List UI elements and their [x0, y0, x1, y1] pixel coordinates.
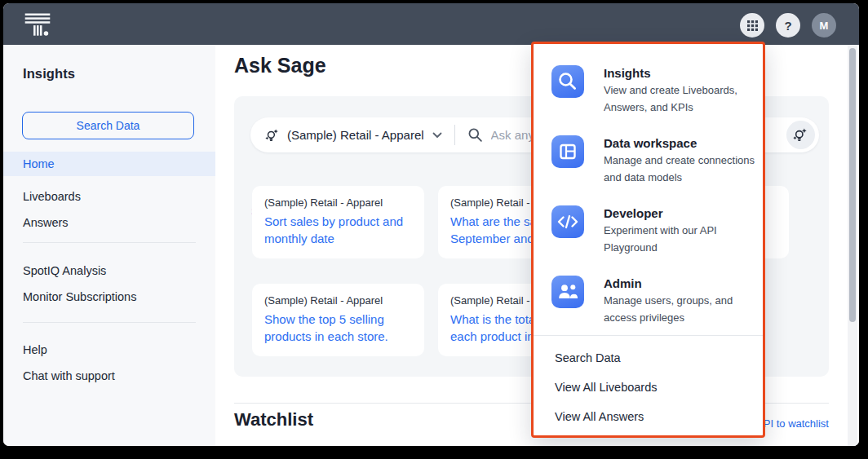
menu-item-title: Developer — [604, 206, 717, 220]
sidebar-item-home[interactable]: Home — [3, 152, 215, 176]
sidebar-item-spotiq-analysis[interactable]: SpotIQ Analysis — [3, 258, 215, 283]
sidebar-divider — [23, 322, 196, 323]
data-workspace-tile — [551, 135, 584, 168]
search-data-button[interactable]: Search Data — [22, 112, 194, 139]
search-icon — [467, 127, 483, 143]
apps-grid-button[interactable] — [740, 13, 764, 38]
menu-item-title: Data workspace — [604, 136, 755, 150]
data-table-icon — [551, 135, 584, 168]
sidebar-item-chat-with-support[interactable]: Chat with support — [3, 364, 215, 388]
app-window: ? M Insights Search Data Home Liveboards… — [3, 3, 859, 446]
developer-tile — [551, 205, 584, 238]
apps-dropdown-menu: Insights View and create Liveboards, Ans… — [531, 42, 765, 438]
sidebar-divider — [23, 242, 196, 243]
menu-item-data-workspace[interactable]: Data workspace Manage and create connect… — [534, 135, 763, 186]
menu-item-description: View and create Liveboards, Answers, and… — [604, 82, 737, 116]
sage-bulb-icon — [793, 127, 808, 143]
card-source: (Sample) Retail - Apparel — [264, 196, 412, 209]
menu-item-developer[interactable]: Developer Experiment with our API Playgr… — [534, 205, 763, 256]
users-icon — [551, 276, 584, 308]
sidebar: Insights Search Data Home Liveboards Ans… — [3, 45, 215, 446]
card-question: Show the top 5 selling products in each … — [264, 311, 412, 345]
menu-item-description: Manage and create connections and data m… — [604, 152, 755, 186]
page-title: Ask Sage — [234, 54, 326, 77]
menu-item-insights[interactable]: Insights View and create Liveboards, Ans… — [534, 65, 763, 116]
scrollbar-track[interactable] — [848, 45, 857, 446]
avatar-initial: M — [820, 20, 829, 32]
code-icon — [551, 205, 584, 238]
datasource-selector-label[interactable]: (Sample) Retail - Apparel — [287, 128, 424, 142]
insights-tile — [551, 65, 584, 98]
menu-item-title: Insights — [604, 66, 737, 80]
user-avatar[interactable]: M — [812, 13, 836, 38]
menu-item-description: Manage users, groups, and access privile… — [604, 293, 733, 326]
scrollbar-thumb[interactable] — [849, 48, 856, 322]
menu-item-admin[interactable]: Admin Manage users, groups, and access p… — [534, 276, 763, 326]
help-icon: ? — [784, 19, 791, 33]
help-button[interactable]: ? — [776, 13, 800, 38]
menu-link-view-all-liveboards[interactable]: View All Liveboards — [534, 375, 763, 399]
sidebar-item-monitor-subscriptions[interactable]: Monitor Subscriptions — [3, 285, 215, 309]
sage-suggest-button[interactable] — [786, 121, 815, 149]
watchlist-title: Watchlist — [234, 409, 313, 430]
menu-item-title: Admin — [604, 276, 733, 290]
menu-divider — [534, 335, 763, 336]
apps-grid-icon — [746, 20, 759, 32]
sample-question-card[interactable]: (Sample) Retail - Apparel Sort sales by … — [252, 186, 424, 258]
thoughtspot-logo-icon[interactable] — [21, 10, 54, 42]
top-navbar: ? M — [3, 3, 859, 45]
search-bar-divider — [454, 125, 455, 145]
sample-question-card[interactable]: (Sample) Retail - Apparel Show the top 5… — [252, 284, 424, 356]
admin-tile — [551, 276, 584, 308]
card-question: Sort sales by product and monthly date — [264, 214, 412, 247]
card-source: (Sample) Retail - Apparel — [264, 294, 412, 307]
sidebar-item-answers[interactable]: Answers — [3, 210, 215, 235]
menu-item-description: Experiment with our API Playground — [604, 223, 717, 256]
menu-link-view-all-answers[interactable]: View All Answers — [534, 404, 763, 429]
sidebar-item-help[interactable]: Help — [3, 338, 215, 362]
menu-link-search-data[interactable]: Search Data — [534, 346, 763, 370]
sidebar-title: Insights — [23, 66, 75, 82]
sage-bulb-icon — [265, 128, 280, 143]
search-icon — [551, 65, 584, 98]
sidebar-item-liveboards[interactable]: Liveboards — [3, 184, 215, 209]
chevron-down-icon[interactable] — [432, 132, 442, 139]
